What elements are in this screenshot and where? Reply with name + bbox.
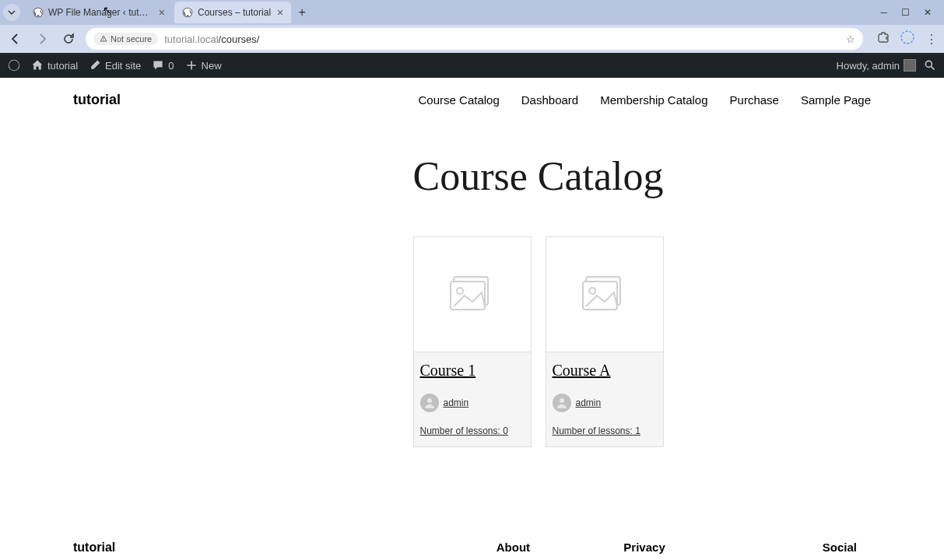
plus-icon (185, 59, 198, 72)
site-footer: tutorial About Team History Privacy Priv… (0, 509, 944, 560)
new-tab-button[interactable]: + (293, 3, 311, 22)
wordpress-icon (182, 7, 193, 18)
author-link[interactable]: admin (576, 397, 602, 408)
nav-link[interactable]: Sample Page (801, 93, 871, 107)
wp-user-menu[interactable]: Howdy, admin (837, 59, 916, 72)
footer-heading: Privacy (623, 541, 728, 554)
close-icon[interactable]: × (277, 6, 283, 19)
wp-comments[interactable]: 0 (152, 59, 174, 72)
course-title-link[interactable]: Course A (553, 362, 657, 380)
site-title[interactable]: tutorial (73, 92, 121, 108)
browser-tab[interactable]: Courses – tutorial × (174, 2, 291, 23)
wp-site-link[interactable]: tutorial (31, 59, 78, 72)
wp-new-label: New (202, 60, 222, 72)
close-icon[interactable]: × (159, 6, 165, 19)
tab-bar: WP File Manager ‹ tutorial — W × Courses… (0, 0, 944, 25)
wp-comments-count: 0 (168, 60, 174, 72)
browser-tab[interactable]: WP File Manager ‹ tutorial — W × (25, 2, 173, 23)
course-title-link[interactable]: Course 1 (420, 362, 525, 380)
pencil-icon (89, 59, 101, 72)
author-link[interactable]: admin (444, 397, 469, 408)
url-bar[interactable]: Not secure tutorial.local/courses/ ☆ (86, 28, 863, 50)
lessons-count-link[interactable]: Number of lessons: 0 (420, 425, 508, 436)
svg-point-15 (560, 398, 564, 403)
wp-search[interactable] (924, 59, 936, 72)
wp-logo[interactable] (8, 59, 20, 72)
profile-icon[interactable] (900, 30, 914, 47)
wordpress-icon (33, 7, 44, 18)
home-icon (31, 59, 44, 72)
svg-point-3 (104, 40, 104, 40)
course-thumbnail (546, 237, 663, 352)
bookmark-icon[interactable]: ☆ (846, 33, 855, 45)
nav-link[interactable]: Purchase (730, 93, 779, 107)
browser-chrome: WP File Manager ‹ tutorial — W × Courses… (0, 0, 944, 53)
tab-title: Courses – tutorial (198, 7, 271, 18)
course-card[interactable]: Course A admin Number of lessons: 1 (546, 236, 664, 447)
page-title: Course Catalog (413, 153, 734, 199)
forward-button[interactable] (33, 30, 51, 48)
search-icon (924, 59, 936, 72)
security-badge[interactable]: Not secure (93, 33, 158, 45)
course-thumbnail (414, 237, 531, 352)
footer-brand[interactable]: tutorial (73, 541, 115, 560)
svg-point-6 (925, 61, 932, 67)
wp-edit-label: Edit site (105, 60, 141, 72)
back-button[interactable] (6, 30, 25, 48)
avatar (420, 394, 439, 412)
wp-site-name: tutorial (47, 60, 78, 72)
menu-icon[interactable]: ⋮ (925, 32, 938, 47)
url-domain: tutorial.local (164, 33, 218, 45)
lessons-count-link[interactable]: Number of lessons: 1 (553, 425, 640, 436)
svg-point-4 (901, 31, 914, 44)
footer-column: Privacy Privacy Policy Terms and Conditi… (623, 541, 728, 560)
tab-search-dropdown[interactable] (3, 4, 20, 21)
wp-howdy: Howdy, admin (837, 60, 900, 72)
placeholder-image-icon (581, 275, 628, 314)
not-secure-label: Not secure (111, 34, 152, 44)
placeholder-image-icon (449, 275, 496, 314)
avatar (904, 59, 916, 72)
url-path: /courses/ (219, 33, 260, 45)
page-viewport[interactable]: tutorial Course Catalog Dashboard Member… (0, 78, 944, 560)
extensions-icon[interactable] (877, 31, 890, 47)
comment-icon (152, 59, 164, 72)
site-nav: Course Catalog Dashboard Membership Cata… (419, 93, 871, 107)
nav-link[interactable]: Course Catalog (419, 93, 500, 107)
footer-column: Social Facebook Instagram (823, 541, 871, 560)
nav-link[interactable]: Membership Catalog (600, 93, 707, 107)
footer-heading: About (497, 541, 531, 554)
warning-icon (100, 35, 107, 43)
course-card[interactable]: Course 1 admin Number of lessons: 0 (413, 236, 532, 447)
course-grid: Course 1 admin Number of lessons: 0 Cour… (413, 236, 734, 447)
footer-column: About Team History (497, 541, 531, 560)
wp-admin-bar: tutorial Edit site 0 New Howdy, admin (0, 53, 944, 78)
address-bar: Not secure tutorial.local/courses/ ☆ ⋮ (0, 25, 944, 53)
site-header: tutorial Course Catalog Dashboard Member… (0, 78, 944, 122)
wp-edit-site[interactable]: Edit site (89, 59, 141, 72)
footer-heading: Social (823, 541, 871, 554)
nav-link[interactable]: Dashboard (521, 93, 578, 107)
svg-point-11 (427, 398, 432, 403)
maximize-button[interactable]: ☐ (901, 7, 910, 18)
avatar (553, 394, 571, 412)
reload-button[interactable] (59, 30, 78, 48)
minimize-button[interactable]: ─ (880, 7, 887, 18)
tab-title: WP File Manager ‹ tutorial — W (48, 7, 153, 18)
close-window-button[interactable]: ✕ (924, 7, 932, 18)
wp-new[interactable]: New (185, 59, 222, 72)
svg-line-7 (932, 67, 935, 70)
